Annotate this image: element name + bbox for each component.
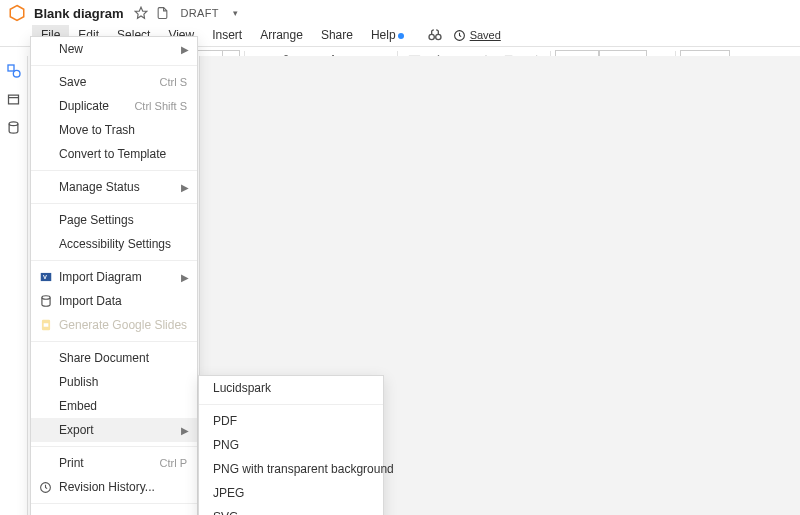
file-menu-item[interactable]: Convert to Template (31, 142, 197, 166)
file-menu-item[interactable]: Embed (31, 394, 197, 418)
menu-item-label: Manage Status (59, 180, 140, 194)
file-menu-item[interactable]: SaveCtrl S (31, 70, 197, 94)
menu-insert[interactable]: Insert (203, 25, 251, 45)
menu-item-label: Move to Trash (59, 123, 135, 137)
menu-item-label: Import Diagram (59, 270, 142, 284)
shapes-rail-icon[interactable] (5, 62, 23, 80)
file-menu-item[interactable]: Accessibility Settings (31, 232, 197, 256)
file-menu-item[interactable]: DuplicateCtrl Shift S (31, 94, 197, 118)
saved-label: Saved (470, 29, 501, 41)
file-menu-item[interactable]: Share Document (31, 346, 197, 370)
container-rail-icon[interactable] (5, 90, 23, 108)
svg-text:V: V (43, 274, 47, 280)
star-icon[interactable] (134, 6, 148, 20)
menu-item-label: Accessibility Settings (59, 237, 171, 251)
menu-item-label: Generate Google Slides (59, 318, 187, 332)
export-submenu: LucidsparkPDFPNGPNG with transparent bac… (198, 375, 384, 515)
file-menu-item[interactable]: PrintCtrl P (31, 451, 197, 475)
export-menu-item[interactable]: PNG (199, 433, 383, 457)
saved-indicator[interactable]: Saved (453, 29, 501, 42)
svg-point-14 (13, 70, 20, 77)
svg-marker-1 (135, 7, 147, 18)
file-menu-item[interactable]: Manage Status▶ (31, 175, 197, 199)
menu-shortcut: Ctrl P (160, 457, 188, 469)
svg-rect-13 (8, 65, 14, 71)
menu-item-label: Embed (59, 399, 97, 413)
left-rail (0, 56, 28, 515)
menu-shortcut: Ctrl Shift S (134, 100, 187, 112)
help-notification-dot (398, 33, 404, 39)
menu-item-label: PNG with transparent background (213, 462, 394, 476)
file-menu-item[interactable]: Revision History... (31, 475, 197, 499)
menu-item-label: JPEG (213, 486, 244, 500)
menu-item-label: New (59, 42, 83, 56)
slides-icon (38, 318, 53, 333)
menu-item-label: SVG (213, 510, 238, 515)
menu-item-label: Lucidspark (213, 381, 271, 395)
export-menu-item[interactable]: PNG with transparent background (199, 457, 383, 481)
menu-item-label: Save (59, 75, 86, 89)
data-rail-icon[interactable] (5, 118, 23, 136)
submenu-arrow-icon: ▶ (181, 272, 189, 283)
app-logo (8, 4, 26, 22)
menu-item-label: Print (59, 456, 84, 470)
file-menu-item[interactable]: VImport Diagram▶ (31, 265, 197, 289)
svg-rect-27 (43, 323, 48, 327)
svg-point-2 (429, 34, 434, 39)
svg-point-17 (9, 121, 18, 125)
export-menu-item[interactable]: Lucidspark (199, 376, 383, 400)
export-menu-item[interactable]: JPEG (199, 481, 383, 505)
menu-item-label: Export (59, 423, 94, 437)
header-bar: Blank diagram DRAFT ▾ (0, 0, 800, 24)
submenu-arrow-icon: ▶ (181, 182, 189, 193)
menu-item-label: Page Settings (59, 213, 134, 227)
menu-item-label: Duplicate (59, 99, 109, 113)
file-menu-item[interactable]: Export▶ (31, 418, 197, 442)
file-menu-item[interactable]: Publish (31, 370, 197, 394)
submenu-arrow-icon: ▶ (181, 44, 189, 55)
file-menu-item[interactable]: Integrations (31, 508, 197, 515)
menu-item-label: PDF (213, 414, 237, 428)
menu-share[interactable]: Share (312, 25, 362, 45)
svg-point-3 (435, 34, 440, 39)
visio-icon: V (38, 270, 53, 285)
submenu-arrow-icon: ▶ (181, 425, 189, 436)
file-menu-item[interactable]: New▶ (31, 37, 197, 61)
file-menu-item[interactable]: Page Settings (31, 208, 197, 232)
svg-point-25 (41, 296, 49, 300)
file-menu-item[interactable]: Move to Trash (31, 118, 197, 142)
svg-rect-15 (9, 95, 19, 104)
menu-item-label: Import Data (59, 294, 122, 308)
menu-shortcut: Ctrl S (160, 76, 188, 88)
svg-marker-0 (10, 6, 24, 21)
db-icon (38, 294, 53, 309)
menu-help[interactable]: Help (362, 25, 413, 45)
document-title[interactable]: Blank diagram (34, 6, 124, 21)
menu-item-label: PNG (213, 438, 239, 452)
menu-arrange[interactable]: Arrange (251, 25, 312, 45)
file-menu-item: Generate Google Slides (31, 313, 197, 337)
file-menu-dropdown: New▶SaveCtrl SDuplicateCtrl Shift SMove … (30, 36, 198, 515)
status-caret-icon[interactable]: ▾ (233, 8, 238, 18)
menu-item-label: Share Document (59, 351, 149, 365)
menu-item-label: Convert to Template (59, 147, 166, 161)
file-menu-item[interactable]: Import Data (31, 289, 197, 313)
draft-status[interactable]: DRAFT (181, 7, 219, 19)
clock-icon (38, 480, 53, 495)
export-menu-item[interactable]: SVG (199, 505, 383, 515)
export-menu-item[interactable]: PDF (199, 409, 383, 433)
menu-item-label: Revision History... (59, 480, 155, 494)
find-icon[interactable] (427, 27, 443, 43)
page-icon[interactable] (156, 6, 169, 20)
menu-item-label: Publish (59, 375, 98, 389)
